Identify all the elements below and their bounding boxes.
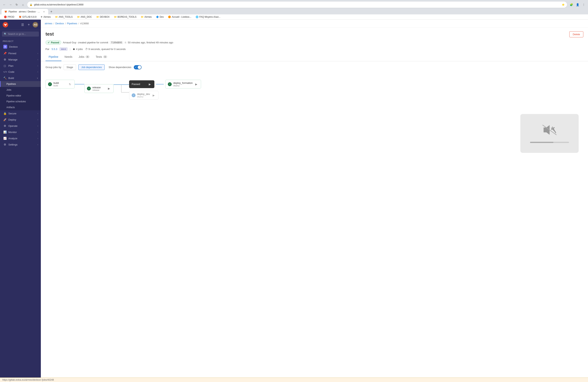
job-card-release[interactable]: ✓ release release ▶ [84, 84, 114, 93]
new-tab-button[interactable]: + [49, 9, 54, 14]
delete-button[interactable]: Delete [569, 31, 583, 37]
sidebar-search[interactable]: 🔍 Search or go to... [0, 30, 41, 38]
sidebar-item-monitor[interactable]: 📊 Monitor › [0, 129, 41, 135]
release-play-button[interactable]: ▶ [107, 86, 111, 91]
connector-build-release [75, 84, 84, 85]
chevron-right-icon: › [38, 131, 38, 133]
deploy-dev-job-name: deploy_dev [137, 93, 150, 95]
bookmark-boreas[interactable]: 📁 BOREAS_TOOLS [112, 15, 138, 19]
bookmark-airmes2[interactable]: 📁 Airmes [139, 15, 153, 19]
code-icon: </> [3, 71, 6, 73]
sidebar-item-plan[interactable]: ◻ Plan › [0, 63, 41, 69]
back-button[interactable]: ← [1, 2, 7, 7]
release-status-icon: ✓ [87, 86, 91, 90]
sidebar-item-label: Analyze [8, 137, 36, 140]
breadcrumb-pipelines[interactable]: Pipelines [67, 22, 77, 25]
deploy-dev-play-button[interactable]: ▶ [152, 93, 156, 97]
refresh-button[interactable]: ↻ [14, 2, 20, 7]
tab-pipeline[interactable]: Pipeline [45, 53, 62, 61]
sidebar-item-label: Pipelines [6, 83, 38, 85]
bookmark-devbox[interactable]: 📁 DEVBOX [95, 15, 111, 19]
browser-tabs: 🦊 Pipeline · airmes / Devbox · G... ✕ + [1, 9, 587, 14]
bookmark-airmes[interactable]: ✈ Airmes [39, 15, 52, 19]
tab-tests[interactable]: Tests 0 [93, 53, 110, 61]
fork-svg [114, 80, 129, 97]
tab-tests-label: Tests [96, 55, 102, 58]
bookmark-ans-doc[interactable]: 📁 ANS_DOC [75, 15, 94, 19]
build-job-stage: build [53, 85, 66, 87]
bookmark-favicon: 📁 [77, 16, 80, 18]
bookmark-favicon: ✈ [41, 16, 42, 18]
user-avatar[interactable]: AG [33, 22, 38, 27]
sidebar-item-pipeline-editor[interactable]: Pipeline editor [0, 93, 41, 99]
job-card-deploy-dev[interactable]: ✓ deploy_dev deploy ▶ [129, 91, 158, 100]
home-button[interactable]: ⌂ [20, 2, 26, 7]
sidebar-item-pipelines[interactable]: Pipelines [0, 81, 41, 87]
sidebar-add-button[interactable]: + [26, 22, 31, 27]
bookmark-ans-tools[interactable]: 📁 ANS_TOOLS [53, 15, 74, 19]
jobs-info: ⏺ 4 jobs [73, 48, 83, 51]
tabs-bar: Pipeline Needs Jobs 4 Tests 0 [41, 53, 588, 61]
job-card-passed[interactable]: Passed ▶ [129, 80, 154, 88]
build-refresh-button[interactable]: ↻ [68, 82, 72, 86]
tab-jobs[interactable]: Jobs 4 [75, 53, 93, 61]
forward-button[interactable]: → [8, 2, 13, 7]
sidebar-item-settings[interactable]: ⚙ Settings › [0, 141, 41, 148]
bookmark-prod[interactable]: 🔴 PROD [2, 15, 16, 19]
sidebar-item-jobs[interactable]: Jobs [0, 87, 41, 93]
menu-button[interactable]: ⋮ [581, 2, 587, 7]
sidebar-item-label: Manage [8, 58, 36, 61]
bookmark-faq[interactable]: 🌐 FAQ Moyens d'aut... [194, 15, 222, 19]
profile-button[interactable]: 👤 [575, 2, 580, 7]
version-link[interactable]: 5.5.3 [52, 48, 57, 51]
refresh-icon: ↻ [69, 83, 71, 86]
manage-icon: ⚙ [3, 58, 6, 61]
sidebar-toggle-button[interactable]: ☰ [20, 22, 25, 27]
tab-needs[interactable]: Needs [62, 53, 75, 61]
sidebar-item-pipeline-schedules[interactable]: Pipeline schedules [0, 99, 41, 105]
bookmark-gitlab[interactable]: 🦊 GITLAB 6.8.9 [17, 15, 38, 19]
search-box[interactable]: 🔍 Search or go to... [2, 32, 39, 37]
breadcrumb-current: #13668 [80, 22, 89, 25]
status-bar: https://gitlab.eoloa.eu/airmes/devbox/-/… [0, 378, 588, 382]
breadcrumb-devbox[interactable]: Devbox [55, 22, 64, 25]
copy-icon[interactable]: ⎘ [125, 41, 126, 44]
devbox-icon: D [3, 45, 7, 49]
active-tab[interactable]: 🦊 Pipeline · airmes / Devbox · G... ✕ [1, 9, 48, 14]
sidebar-item-manage[interactable]: ⚙ Manage › [0, 56, 41, 63]
job-card-build[interactable]: ✓ build build ↻ [45, 80, 75, 88]
sidebar-item-pinned[interactable]: 📌 Pinned › [0, 50, 41, 56]
sidebar-item-analyze[interactable]: 📈 Analyze › [0, 135, 41, 141]
job-dependencies-button[interactable]: Job dependencies [78, 64, 105, 70]
breadcrumb-separator: / [78, 22, 79, 25]
stage-button[interactable]: Stage [63, 64, 76, 70]
extensions-button[interactable]: 🧩 [568, 2, 574, 7]
sidebar-item-deploy[interactable]: 🚀 Deploy › [0, 117, 41, 123]
sidebar-item-operate[interactable]: ⚙ Operate › [0, 123, 41, 129]
settings-icon: ⚙ [3, 143, 6, 146]
sidebar-item-secure[interactable]: 🔒 Secure › [0, 110, 41, 117]
tab-close-button[interactable]: ✕ [42, 10, 45, 13]
sidebar-item-label: Operate [8, 125, 36, 127]
deploy-formation-play-button[interactable]: ▶ [194, 82, 199, 86]
sidebar-item-label: Jobs [6, 88, 38, 91]
sidebar-item-artifacts[interactable]: Artifacts [0, 105, 41, 110]
jobs-icon: ⏺ [73, 48, 75, 51]
job-card-deploy-formation[interactable]: ✓ deploy_formation deploy ▶ [165, 80, 201, 88]
bookmark-dev[interactable]: 🔷 Dev [154, 15, 165, 19]
gitlab-logo[interactable] [3, 22, 8, 27]
bookmark-accueil[interactable]: 🟠 Accueil - Livebox... [167, 15, 193, 19]
deploy-dev-job-stage: deploy [137, 95, 150, 98]
show-dependencies-toggle[interactable]: ✓ [134, 65, 142, 69]
passed-play-button[interactable]: ▶ [147, 82, 152, 86]
commit-hash[interactable]: 7199d895 [110, 41, 123, 44]
breadcrumb-airmes[interactable]: airmes [45, 22, 52, 25]
sidebar-item-code[interactable]: </> Code › [0, 69, 41, 75]
toggle-checkmark: ✓ [135, 66, 137, 69]
sidebar-item-devbox[interactable]: D Devbox [0, 43, 41, 50]
sidebar-item-build[interactable]: 🔨 Build ∨ [0, 75, 41, 81]
address-bar[interactable]: 🔒 gitlab.eoloa.eu/airmes/devbox/-/pipeli… [27, 1, 567, 8]
sidebar-item-label: Monitor [8, 131, 36, 134]
page-title: test [45, 31, 54, 37]
sidebar-header: ☰ + AG [0, 20, 41, 30]
